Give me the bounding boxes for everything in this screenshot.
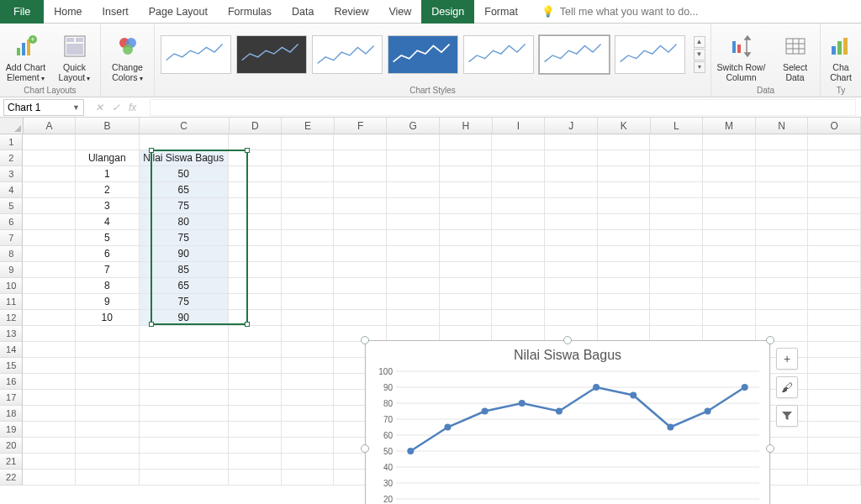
cell-H11[interactable]	[440, 294, 493, 310]
cell-D22[interactable]	[229, 470, 282, 486]
cell-D12[interactable]	[229, 310, 282, 326]
cell-N7[interactable]	[756, 230, 809, 246]
cell-I11[interactable]	[492, 294, 545, 310]
gallery-scroll-down[interactable]: ▼	[694, 49, 705, 60]
cell-J7[interactable]	[545, 230, 598, 246]
cell-N3[interactable]	[756, 166, 809, 182]
cell-E5[interactable]	[282, 198, 335, 214]
cell-B4[interactable]: 2	[76, 182, 139, 198]
cell-D3[interactable]	[229, 166, 282, 182]
tab-review[interactable]: Review	[324, 0, 378, 24]
cell-E14[interactable]	[282, 342, 335, 358]
cell-G10[interactable]	[387, 278, 440, 294]
cell-L5[interactable]	[650, 198, 703, 214]
cell-N9[interactable]	[756, 262, 809, 278]
cell-B2[interactable]: Ulangan Ke-	[76, 150, 139, 166]
cell-M6[interactable]	[703, 214, 756, 230]
row-header-5[interactable]: 5	[0, 198, 23, 214]
cell-F6[interactable]	[334, 214, 387, 230]
cell-D1[interactable]	[229, 134, 282, 150]
cell-B15[interactable]	[76, 358, 139, 374]
column-header-H[interactable]: H	[440, 118, 493, 134]
cell-O18[interactable]	[808, 406, 861, 422]
cell-G5[interactable]	[387, 198, 440, 214]
cell-D8[interactable]	[229, 246, 282, 262]
name-box[interactable]: Chart 1▼	[3, 99, 84, 116]
cell-O19[interactable]	[808, 422, 861, 438]
cell-D14[interactable]	[229, 342, 282, 358]
cell-E19[interactable]	[282, 422, 335, 438]
change-chart-type-button[interactable]: Cha Chart	[822, 27, 859, 82]
chart-filters-button[interactable]	[776, 405, 798, 427]
select-data-button[interactable]: Select Data	[773, 27, 818, 82]
tab-home[interactable]: Home	[44, 0, 92, 24]
cell-H10[interactable]	[440, 278, 493, 294]
cell-N6[interactable]	[756, 214, 809, 230]
row-header-17[interactable]: 17	[0, 390, 23, 406]
cell-E16[interactable]	[282, 374, 335, 390]
cell-F1[interactable]	[334, 134, 387, 150]
cell-O5[interactable]	[808, 198, 861, 214]
cancel-formula-icon[interactable]: ✕	[95, 102, 103, 113]
cell-M7[interactable]	[703, 230, 756, 246]
cell-C15[interactable]	[140, 358, 229, 374]
cell-L12[interactable]	[650, 310, 703, 326]
cell-E1[interactable]	[282, 134, 335, 150]
row-header-11[interactable]: 11	[0, 294, 23, 310]
quick-layout-button[interactable]: Quick Layout	[52, 27, 98, 82]
cell-D20[interactable]	[229, 438, 282, 454]
cell-D15[interactable]	[229, 358, 282, 374]
cell-A14[interactable]	[23, 342, 76, 358]
tab-view[interactable]: View	[378, 0, 421, 24]
cell-K11[interactable]	[598, 294, 651, 310]
cell-N8[interactable]	[756, 246, 809, 262]
cell-N4[interactable]	[756, 182, 809, 198]
cell-J4[interactable]	[545, 182, 598, 198]
cell-M5[interactable]	[703, 198, 756, 214]
add-chart-element-button[interactable]: + Add Chart Element	[3, 27, 49, 82]
tab-pagelayout[interactable]: Page Layout	[139, 0, 218, 24]
cell-K5[interactable]	[598, 198, 651, 214]
cell-A18[interactable]	[23, 406, 76, 422]
cell-G9[interactable]	[387, 262, 440, 278]
cell-J1[interactable]	[545, 134, 598, 150]
cell-D9[interactable]	[229, 262, 282, 278]
column-header-G[interactable]: G	[387, 118, 440, 134]
cell-C9[interactable]: 85	[140, 262, 229, 278]
cell-K1[interactable]	[598, 134, 651, 150]
row-header-7[interactable]: 7	[0, 230, 23, 246]
row-header-2[interactable]: 2	[0, 150, 23, 166]
cell-M8[interactable]	[703, 246, 756, 262]
cell-H9[interactable]	[440, 262, 493, 278]
cell-O21[interactable]	[808, 454, 861, 470]
cell-B7[interactable]: 5	[76, 230, 139, 246]
cell-D19[interactable]	[229, 422, 282, 438]
cell-I6[interactable]	[492, 214, 545, 230]
cell-N12[interactable]	[756, 310, 809, 326]
cell-O9[interactable]	[808, 262, 861, 278]
cell-E3[interactable]	[282, 166, 335, 182]
cell-B21[interactable]	[76, 454, 139, 470]
row-header-4[interactable]: 4	[0, 182, 23, 198]
row-header-21[interactable]: 21	[0, 454, 23, 470]
cell-A22[interactable]	[23, 470, 76, 486]
chart-style-5[interactable]	[463, 35, 534, 74]
cell-D16[interactable]	[229, 374, 282, 390]
cell-C12[interactable]: 90	[140, 310, 229, 326]
cell-B20[interactable]	[76, 438, 139, 454]
cell-O6[interactable]	[808, 214, 861, 230]
cell-O16[interactable]	[808, 374, 861, 390]
cell-A6[interactable]	[23, 214, 76, 230]
cell-C10[interactable]: 65	[140, 278, 229, 294]
cell-O22[interactable]	[808, 470, 861, 486]
cell-A5[interactable]	[23, 198, 76, 214]
column-header-A[interactable]: A	[24, 118, 77, 134]
cell-M3[interactable]	[703, 166, 756, 182]
column-header-K[interactable]: K	[598, 118, 651, 134]
cell-A15[interactable]	[23, 358, 76, 374]
cell-K4[interactable]	[598, 182, 651, 198]
cell-D13[interactable]	[229, 326, 282, 342]
cell-C2[interactable]: Nilai Siswa Bagus	[140, 150, 229, 166]
fx-icon[interactable]: fx	[129, 102, 141, 113]
cell-C14[interactable]	[140, 342, 229, 358]
